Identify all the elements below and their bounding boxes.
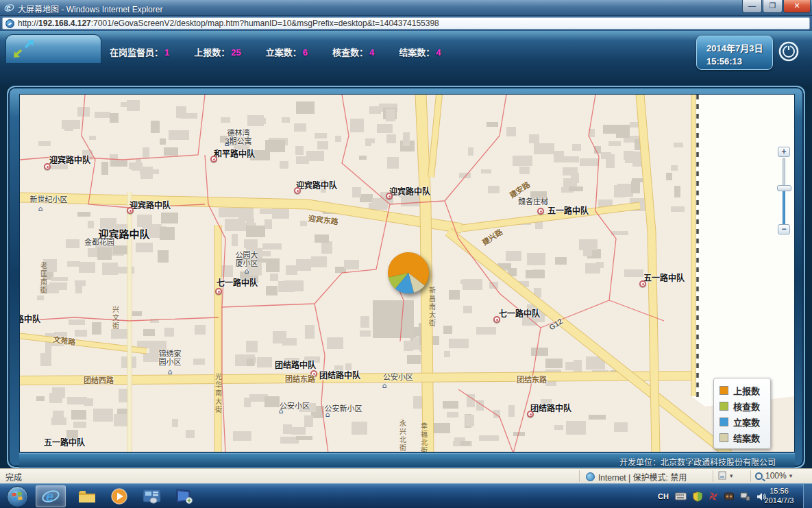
- map-viewport[interactable]: 迎宾路中队和平路中队迎宾路中队迎宾路中队迎宾路中队迎宾路中队五一路中队五一路中队…: [19, 94, 795, 452]
- datetime-box: 2014年7月3日 15:56:13: [696, 36, 773, 70]
- stat-label: 上报数：: [194, 47, 230, 58]
- building-poi-icon: ⌂: [382, 381, 387, 390]
- map-legend: 上报数核查数立案数结案数: [713, 378, 771, 449]
- svg-text:e: e: [6, 3, 10, 12]
- building-poi-icon: ⌂: [38, 204, 43, 213]
- map-pin-icon[interactable]: [639, 280, 646, 287]
- close-button[interactable]: ✕: [783, 0, 811, 13]
- address-bar: http://192.168.4.127:7001/eGovaScreenV2/…: [0, 16, 812, 31]
- zoom-handle[interactable]: [777, 185, 791, 191]
- taskbar-media-player-icon[interactable]: [104, 485, 134, 507]
- language-indicator[interactable]: CH: [658, 492, 669, 500]
- taskbar: e CH 15:56 2014/7/3: [0, 483, 812, 508]
- maximize-button[interactable]: ❐: [763, 0, 783, 13]
- team-label: 五一路中队: [643, 271, 685, 283]
- clock-time: 15:56: [759, 486, 799, 496]
- legend-swatch: [719, 402, 728, 411]
- windows-flag-icon: [8, 487, 27, 507]
- url-input[interactable]: http://192.168.4.127:7001/eGovaScreenV2/…: [2, 17, 810, 29]
- building-poi-icon: ⌂: [225, 139, 230, 148]
- legend-label: 上报数: [733, 384, 760, 397]
- map-pin-icon[interactable]: [44, 163, 51, 170]
- team-label: 团结路中队: [319, 369, 360, 380]
- zoom-level-control[interactable]: 100% ▾: [755, 471, 792, 481]
- expand-arrows-icon: [12, 38, 35, 59]
- road-label: 迎宾东路: [308, 212, 339, 226]
- security-shield-icon[interactable]: [693, 492, 702, 502]
- building-poi-icon: ⌂: [325, 410, 330, 419]
- power-button[interactable]: [777, 40, 800, 63]
- legend-swatch: [719, 433, 728, 442]
- zoom-in-button[interactable]: +: [778, 147, 790, 157]
- road-label: 团结西路: [84, 374, 114, 385]
- magnifier-icon: [755, 472, 763, 480]
- url-host: 192.168.4.127: [38, 19, 91, 28]
- stat-item: 立案数：6: [266, 45, 308, 58]
- zoom-slider: + −: [777, 147, 792, 237]
- building-poi-icon: ⌂: [543, 197, 548, 206]
- zoom-level-text: 100%: [765, 471, 787, 481]
- title-bar: e 大屏幕地图 - Windows Internet Explorer — ❐ …: [0, 0, 812, 16]
- taskbar-network-computer-icon[interactable]: [169, 485, 199, 507]
- zoom-caret-icon: ▾: [789, 472, 793, 479]
- url-prefix: http://: [18, 19, 38, 28]
- compat-view-icon: [718, 471, 728, 480]
- zoom-out-button[interactable]: −: [778, 224, 790, 234]
- app-dark-icon[interactable]: [724, 492, 734, 501]
- stat-item: 结案数：4: [399, 45, 441, 58]
- map-labels-layer: 迎宾路中队和平路中队迎宾路中队迎宾路中队迎宾路中队迎宾路中队五一路中队五一路中队…: [20, 95, 795, 452]
- compat-caret-icon: ▾: [730, 472, 733, 479]
- legend-label: 结案数: [733, 431, 760, 444]
- stat-value: 25: [231, 47, 241, 58]
- status-zone: Internet | 保护模式: 禁用: [586, 471, 687, 483]
- road-label: 建兴路: [480, 226, 504, 247]
- taskbar-clock[interactable]: 15:56 2014/7/3: [759, 486, 799, 505]
- poi-label: 公安小区: [280, 402, 310, 410]
- legend-label: 立案数: [733, 415, 760, 428]
- network-status-icon[interactable]: [740, 492, 750, 501]
- map-pin-icon[interactable]: [215, 288, 222, 295]
- poi-label: 公园大厦小区: [236, 251, 258, 267]
- road-label: 建安路: [507, 178, 532, 199]
- legend-item: 立案数: [719, 414, 770, 430]
- screen: e 大屏幕地图 - Windows Internet Explorer — ❐ …: [0, 0, 812, 508]
- fullscreen-tab[interactable]: [5, 34, 101, 63]
- status-done-text: 完成: [5, 471, 22, 483]
- street-label: 光华南大街: [213, 373, 223, 414]
- map-panel: 迎宾路中队和平路中队迎宾路中队迎宾路中队迎宾路中队迎宾路中队五一路中队五一路中队…: [7, 86, 805, 468]
- legend-label: 核查数: [733, 400, 760, 413]
- team-label: 和平路中队: [214, 147, 255, 159]
- map-pin-icon[interactable]: [210, 156, 217, 162]
- map-pin-icon[interactable]: [386, 193, 393, 199]
- start-button[interactable]: [7, 486, 28, 507]
- poi-label: 公安新小区: [325, 404, 362, 413]
- stat-item: 在岗监督员：1: [110, 45, 169, 58]
- legend-swatch: [719, 386, 728, 395]
- url-rest: :7001/eGovaScreenV2/desktop/map.htm?huma…: [91, 19, 439, 28]
- team-label: 路中队: [19, 313, 40, 324]
- map-pin-icon[interactable]: [537, 208, 544, 215]
- road-label: 文苑路: [53, 333, 77, 347]
- taskbar-remote-settings-icon[interactable]: [136, 485, 167, 507]
- map-pin-icon[interactable]: [527, 411, 534, 418]
- map-pin-icon[interactable]: [493, 316, 500, 323]
- stat-label: 在岗监督员：: [110, 47, 163, 58]
- poi-label: 公安小区: [383, 373, 413, 381]
- stat-value: 6: [303, 47, 308, 58]
- compat-view-control[interactable]: ▾: [718, 471, 733, 480]
- team-label: 迎宾路中队: [49, 154, 90, 165]
- taskbar-file-explorer-icon[interactable]: [72, 485, 102, 507]
- keyboard-icon[interactable]: [675, 492, 687, 500]
- internet-zone-icon: [586, 472, 595, 481]
- team-label: 迎宾路中队: [296, 179, 337, 191]
- minimize-button[interactable]: —: [742, 0, 762, 13]
- show-desktop-button[interactable]: [803, 484, 812, 508]
- status-bar: 完成 Internet | 保护模式: 禁用 ▾ 100% ▾: [0, 468, 812, 483]
- taskbar-internet-explorer-icon[interactable]: e: [36, 485, 66, 507]
- poi-label: 锦绣家园小区: [159, 350, 182, 366]
- map-pin-icon[interactable]: [127, 207, 134, 214]
- map-pin-icon[interactable]: [294, 187, 301, 194]
- stats-bar: 在岗监督员：1上报数：25立案数：6核查数：4结案数：4: [110, 43, 441, 60]
- pinwheel-icon[interactable]: [709, 492, 718, 501]
- legend-item: 核查数: [719, 398, 770, 414]
